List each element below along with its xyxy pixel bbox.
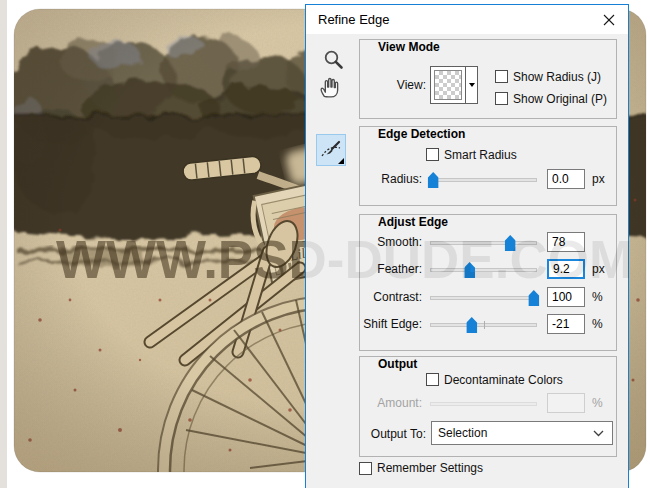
dialog-titlebar[interactable]: Refine Edge <box>306 5 628 34</box>
screenshot-root: Lilac <box>0 0 650 488</box>
refine-edge-dialog: Refine Edge <box>305 4 629 488</box>
shift-edge-slider-thumb[interactable] <box>466 317 477 333</box>
hand-tool-button[interactable] <box>316 73 342 99</box>
refine-radius-tool-button[interactable] <box>316 134 346 166</box>
output-to-value: Selection <box>432 426 593 440</box>
radius-label: Radius: <box>360 172 422 186</box>
contrast-slider[interactable] <box>430 290 537 306</box>
feather-value-input[interactable] <box>547 259 585 279</box>
contrast-unit: % <box>592 290 603 304</box>
transparency-checkerboard-thumbnail <box>434 70 462 100</box>
radius-slider-track[interactable] <box>430 178 537 182</box>
shift-edge-unit: % <box>592 317 603 331</box>
edge-detection-legend: Edge Detection <box>374 127 469 141</box>
hand-icon <box>317 74 342 99</box>
remember-settings-checkbox[interactable] <box>359 462 372 475</box>
output-to-label: Output To: <box>360 427 426 441</box>
amount-unit: % <box>592 396 603 410</box>
remember-settings-label: Remember Settings <box>377 461 483 475</box>
decontaminate-colors-checkbox[interactable] <box>426 373 439 386</box>
feather-label: Feather: <box>360 262 422 276</box>
view-dropdown-arrow[interactable] <box>465 67 477 103</box>
view-mode-group: View Mode View: Show Radius (J) Show Ori… <box>359 39 617 119</box>
view-mode-legend: View Mode <box>374 40 444 54</box>
show-original-label: Show Original (P) <box>513 92 607 106</box>
shift-edge-slider[interactable] <box>430 317 537 333</box>
view-dropdown[interactable] <box>430 66 478 104</box>
contrast-value-input[interactable] <box>547 287 585 307</box>
contrast-label: Contrast: <box>360 290 422 304</box>
x-icon <box>603 14 615 26</box>
magnifier-icon <box>322 48 346 72</box>
edge-detection-group: Edge Detection Smart Radius Radius: px <box>359 126 617 206</box>
show-original-checkbox[interactable] <box>495 92 508 105</box>
smooth-value-input[interactable] <box>547 232 585 252</box>
amount-slider-track <box>430 402 537 406</box>
contrast-slider-thumb[interactable] <box>528 290 539 306</box>
feather-slider-track[interactable] <box>430 268 537 272</box>
output-legend: Output <box>374 357 421 371</box>
triangle-down-icon <box>469 83 475 87</box>
radius-value-input[interactable] <box>547 169 585 189</box>
amount-slider <box>430 396 537 412</box>
smooth-label: Smooth: <box>360 235 422 249</box>
output-to-dropdown[interactable]: Selection <box>431 421 613 445</box>
zoom-tool-button[interactable] <box>321 47 347 73</box>
smart-radius-checkbox[interactable] <box>426 148 439 161</box>
decontaminate-colors-label: Decontaminate Colors <box>444 373 563 387</box>
shift-edge-value-input[interactable] <box>547 314 585 334</box>
view-label: View: <box>362 78 426 92</box>
contrast-slider-track[interactable] <box>430 296 537 300</box>
shift-edge-label: Shift Edge: <box>360 317 422 331</box>
adjust-edge-legend: Adjust Edge <box>374 215 452 229</box>
smooth-slider[interactable] <box>430 235 537 251</box>
output-group: Output Decontaminate Colors Amount: % Ou… <box>359 356 617 457</box>
feather-unit: px <box>592 262 605 276</box>
smooth-slider-thumb[interactable] <box>505 235 516 251</box>
radius-slider-thumb[interactable] <box>428 172 439 188</box>
amount-label: Amount: <box>360 396 422 410</box>
feather-slider-thumb[interactable] <box>464 262 475 278</box>
chevron-down-icon <box>593 430 612 437</box>
smart-radius-label: Smart Radius <box>444 148 517 162</box>
close-button[interactable] <box>592 5 626 34</box>
radius-slider[interactable] <box>430 172 537 188</box>
feather-slider[interactable] <box>430 262 537 278</box>
show-radius-checkbox[interactable] <box>495 70 508 83</box>
adjust-edge-group: Adjust Edge Smooth: Feather: px Contrast… <box>359 214 617 351</box>
amount-value-input <box>547 393 585 413</box>
radius-unit: px <box>592 172 605 186</box>
smooth-slider-track[interactable] <box>430 241 537 245</box>
shift-edge-zero-tick <box>484 321 485 329</box>
show-radius-label: Show Radius (J) <box>513 70 601 84</box>
dialog-title: Refine Edge <box>318 5 390 34</box>
refine-radius-brush-icon <box>320 139 342 161</box>
